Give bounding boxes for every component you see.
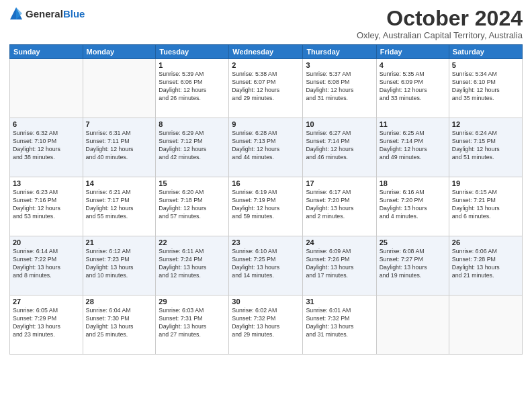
day-info: Sunrise: 6:02 AM Sunset: 7:32 PM Dayligh… bbox=[232, 307, 300, 339]
day-info: Sunrise: 6:15 AM Sunset: 7:21 PM Dayligh… bbox=[452, 189, 519, 221]
table-row: 10Sunrise: 6:27 AM Sunset: 7:14 PM Dayli… bbox=[303, 118, 376, 177]
day-number: 17 bbox=[306, 179, 373, 187]
table-row: 7Sunrise: 6:31 AM Sunset: 7:11 PM Daylig… bbox=[83, 118, 156, 177]
title-section: October 2024 Oxley, Australian Capital T… bbox=[357, 7, 523, 40]
day-info: Sunrise: 6:20 AM Sunset: 7:18 PM Dayligh… bbox=[159, 189, 226, 221]
calendar-header: Sunday Monday Tuesday Wednesday Thursday… bbox=[10, 45, 523, 59]
day-info: Sunrise: 6:29 AM Sunset: 7:12 PM Dayligh… bbox=[159, 130, 226, 162]
day-info: Sunrise: 5:39 AM Sunset: 6:06 PM Dayligh… bbox=[159, 71, 226, 103]
table-row: 16Sunrise: 6:19 AM Sunset: 7:19 PM Dayli… bbox=[229, 177, 303, 236]
day-number: 21 bbox=[86, 238, 153, 246]
header-row: Sunday Monday Tuesday Wednesday Thursday… bbox=[10, 45, 523, 59]
page: General Blue October 2024 Oxley, Austral… bbox=[0, 0, 532, 411]
day-info: Sunrise: 6:32 AM Sunset: 7:10 PM Dayligh… bbox=[13, 130, 80, 162]
day-info: Sunrise: 6:01 AM Sunset: 7:32 PM Dayligh… bbox=[306, 307, 373, 339]
table-row bbox=[10, 59, 83, 118]
calendar-week-row: 20Sunrise: 6:14 AM Sunset: 7:22 PM Dayli… bbox=[10, 236, 523, 295]
table-row: 12Sunrise: 6:24 AM Sunset: 7:15 PM Dayli… bbox=[449, 118, 522, 177]
calendar-week-row: 27Sunrise: 6:05 AM Sunset: 7:29 PM Dayli… bbox=[10, 295, 523, 355]
table-row: 5Sunrise: 5:34 AM Sunset: 6:10 PM Daylig… bbox=[449, 59, 522, 118]
day-info: Sunrise: 6:19 AM Sunset: 7:19 PM Dayligh… bbox=[232, 189, 300, 221]
day-number: 25 bbox=[380, 238, 446, 246]
logo-icon bbox=[9, 7, 23, 20]
day-info: Sunrise: 6:04 AM Sunset: 7:30 PM Dayligh… bbox=[86, 307, 153, 339]
day-info: Sunrise: 6:21 AM Sunset: 7:17 PM Dayligh… bbox=[86, 189, 153, 221]
day-number: 6 bbox=[13, 120, 80, 128]
day-number: 19 bbox=[452, 179, 519, 187]
day-info: Sunrise: 6:23 AM Sunset: 7:16 PM Dayligh… bbox=[13, 189, 80, 221]
day-number: 31 bbox=[306, 298, 373, 306]
table-row: 17Sunrise: 6:17 AM Sunset: 7:20 PM Dayli… bbox=[303, 177, 376, 236]
day-number: 8 bbox=[159, 120, 226, 128]
day-info: Sunrise: 6:25 AM Sunset: 7:14 PM Dayligh… bbox=[380, 130, 446, 162]
table-row bbox=[376, 295, 449, 355]
table-row: 20Sunrise: 6:14 AM Sunset: 7:22 PM Dayli… bbox=[10, 236, 83, 295]
col-thursday: Thursday bbox=[303, 45, 376, 59]
logo-general: General bbox=[26, 8, 63, 19]
logo: General Blue bbox=[9, 7, 85, 20]
col-tuesday: Tuesday bbox=[156, 45, 229, 59]
day-number: 30 bbox=[232, 298, 300, 306]
day-number: 5 bbox=[452, 61, 519, 69]
table-row: 25Sunrise: 6:08 AM Sunset: 7:27 PM Dayli… bbox=[376, 236, 449, 295]
table-row: 9Sunrise: 6:28 AM Sunset: 7:13 PM Daylig… bbox=[229, 118, 303, 177]
table-row: 21Sunrise: 6:12 AM Sunset: 7:23 PM Dayli… bbox=[83, 236, 156, 295]
day-number: 20 bbox=[13, 238, 80, 246]
day-number: 22 bbox=[159, 238, 226, 246]
day-number: 7 bbox=[86, 120, 153, 128]
table-row: 11Sunrise: 6:25 AM Sunset: 7:14 PM Dayli… bbox=[376, 118, 449, 177]
table-row: 1Sunrise: 5:39 AM Sunset: 6:06 PM Daylig… bbox=[156, 59, 229, 118]
table-row: 22Sunrise: 6:11 AM Sunset: 7:24 PM Dayli… bbox=[156, 236, 229, 295]
day-number: 10 bbox=[306, 120, 373, 128]
table-row: 13Sunrise: 6:23 AM Sunset: 7:16 PM Dayli… bbox=[10, 177, 83, 236]
table-row: 27Sunrise: 6:05 AM Sunset: 7:29 PM Dayli… bbox=[10, 295, 83, 355]
col-monday: Monday bbox=[83, 45, 156, 59]
table-row: 31Sunrise: 6:01 AM Sunset: 7:32 PM Dayli… bbox=[303, 295, 376, 355]
table-row: 8Sunrise: 6:29 AM Sunset: 7:12 PM Daylig… bbox=[156, 118, 229, 177]
day-number: 15 bbox=[159, 179, 226, 187]
day-info: Sunrise: 6:06 AM Sunset: 7:28 PM Dayligh… bbox=[452, 248, 519, 280]
table-row: 14Sunrise: 6:21 AM Sunset: 7:17 PM Dayli… bbox=[83, 177, 156, 236]
table-row: 4Sunrise: 5:35 AM Sunset: 6:09 PM Daylig… bbox=[376, 59, 449, 118]
day-number: 13 bbox=[13, 179, 80, 187]
table-row bbox=[449, 295, 522, 355]
table-row: 6Sunrise: 6:32 AM Sunset: 7:10 PM Daylig… bbox=[10, 118, 83, 177]
day-number: 16 bbox=[232, 179, 300, 187]
day-info: Sunrise: 6:27 AM Sunset: 7:14 PM Dayligh… bbox=[306, 130, 373, 162]
day-number: 1 bbox=[159, 61, 226, 69]
table-row: 29Sunrise: 6:03 AM Sunset: 7:31 PM Dayli… bbox=[156, 295, 229, 355]
table-row: 3Sunrise: 5:37 AM Sunset: 6:08 PM Daylig… bbox=[303, 59, 376, 118]
header: General Blue October 2024 Oxley, Austral… bbox=[9, 7, 523, 40]
day-number: 2 bbox=[232, 61, 300, 69]
day-number: 27 bbox=[13, 298, 80, 306]
day-info: Sunrise: 5:34 AM Sunset: 6:10 PM Dayligh… bbox=[452, 71, 519, 103]
day-number: 4 bbox=[380, 61, 446, 69]
day-info: Sunrise: 6:11 AM Sunset: 7:24 PM Dayligh… bbox=[159, 248, 226, 280]
day-number: 12 bbox=[452, 120, 519, 128]
day-info: Sunrise: 6:10 AM Sunset: 7:25 PM Dayligh… bbox=[232, 248, 300, 280]
day-info: Sunrise: 6:03 AM Sunset: 7:31 PM Dayligh… bbox=[159, 307, 226, 339]
day-number: 26 bbox=[452, 238, 519, 246]
day-info: Sunrise: 6:24 AM Sunset: 7:15 PM Dayligh… bbox=[452, 130, 519, 162]
day-info: Sunrise: 6:09 AM Sunset: 7:26 PM Dayligh… bbox=[306, 248, 373, 280]
day-number: 28 bbox=[86, 298, 153, 306]
day-number: 9 bbox=[232, 120, 300, 128]
day-info: Sunrise: 5:38 AM Sunset: 6:07 PM Dayligh… bbox=[232, 71, 300, 103]
table-row bbox=[83, 59, 156, 118]
table-row: 23Sunrise: 6:10 AM Sunset: 7:25 PM Dayli… bbox=[229, 236, 303, 295]
calendar-table: Sunday Monday Tuesday Wednesday Thursday… bbox=[9, 44, 523, 355]
day-number: 29 bbox=[159, 298, 226, 306]
table-row: 28Sunrise: 6:04 AM Sunset: 7:30 PM Dayli… bbox=[83, 295, 156, 355]
day-number: 11 bbox=[380, 120, 446, 128]
day-number: 24 bbox=[306, 238, 373, 246]
calendar-week-row: 6Sunrise: 6:32 AM Sunset: 7:10 PM Daylig… bbox=[10, 118, 523, 177]
calendar-week-row: 1Sunrise: 5:39 AM Sunset: 6:06 PM Daylig… bbox=[10, 59, 523, 118]
day-info: Sunrise: 6:05 AM Sunset: 7:29 PM Dayligh… bbox=[13, 307, 80, 339]
table-row: 15Sunrise: 6:20 AM Sunset: 7:18 PM Dayli… bbox=[156, 177, 229, 236]
day-number: 23 bbox=[232, 238, 300, 246]
calendar-week-row: 13Sunrise: 6:23 AM Sunset: 7:16 PM Dayli… bbox=[10, 177, 523, 236]
table-row: 30Sunrise: 6:02 AM Sunset: 7:32 PM Dayli… bbox=[229, 295, 303, 355]
day-number: 18 bbox=[380, 179, 446, 187]
col-sunday: Sunday bbox=[10, 45, 83, 59]
logo-blue: Blue bbox=[63, 8, 85, 19]
